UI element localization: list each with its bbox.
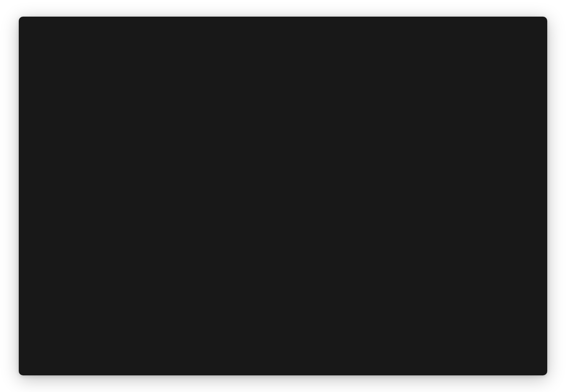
dark-panel: [19, 17, 547, 375]
